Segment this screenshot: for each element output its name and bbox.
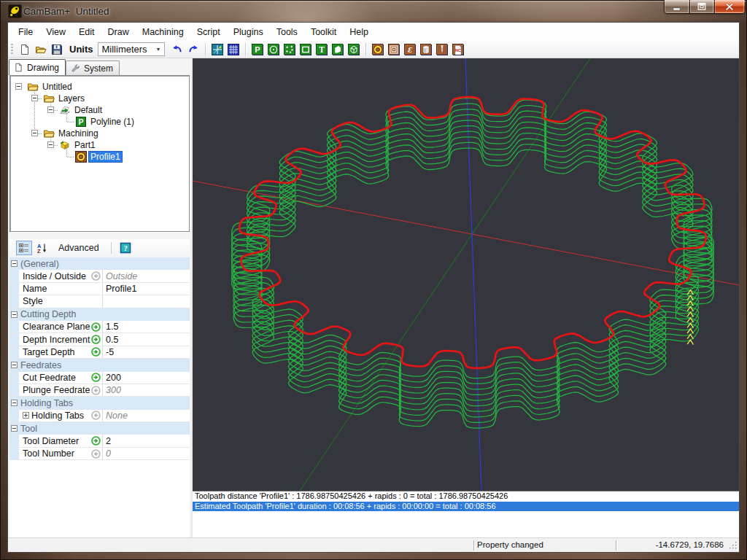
tree-item-polyline-1-[interactable]: PPolyline (1): [75, 116, 136, 128]
property-category[interactable]: (General): [9, 257, 190, 270]
property-row-style[interactable]: Style: [9, 295, 190, 308]
log-line-1[interactable]: Toolpath distance 'Profile1' : 1786.9875…: [193, 491, 739, 502]
grid-lattice-button[interactable]: [225, 42, 241, 58]
menu-draw[interactable]: Draw: [101, 24, 136, 40]
property-row-depth-increment[interactable]: Depth Increment0.5: [9, 333, 190, 346]
redo-button[interactable]: [185, 42, 201, 58]
tree-item-label[interactable]: Layers: [57, 93, 86, 104]
property-value[interactable]: 2: [102, 435, 190, 446]
machine-engrave-button[interactable]: Ɛ: [402, 42, 418, 58]
property-category[interactable]: Cutting Depth: [9, 308, 190, 321]
property-value[interactable]: [102, 295, 190, 307]
draw-text-button[interactable]: T: [314, 42, 330, 58]
tree-item-label[interactable]: Machining: [57, 128, 100, 139]
category-collapse-icon[interactable]: [11, 400, 18, 406]
draw-polyhedron-button[interactable]: [346, 42, 362, 58]
tree-item-label[interactable]: Untitled: [41, 82, 74, 92]
machine-gcode-button[interactable]: NC: [450, 42, 466, 58]
tree-expander[interactable]: [15, 83, 22, 90]
tab-system[interactable]: System: [66, 61, 120, 75]
toolbar-grip[interactable]: [11, 44, 13, 55]
property-row-cut-feedrate[interactable]: Cut Feedrate200: [9, 372, 190, 384]
property-value[interactable]: 200: [102, 372, 190, 384]
property-category[interactable]: Feedrates: [9, 359, 190, 371]
tree-item-default[interactable]: Default: [59, 104, 104, 116]
log-line-2[interactable]: Estimated Toolpath 'Profile1' duration :…: [193, 502, 739, 512]
tree-item-machining[interactable]: Machining: [43, 128, 100, 139]
property-value[interactable]: 300: [102, 384, 190, 396]
draw-points-button[interactable]: [282, 42, 298, 58]
tree-item-layers[interactable]: Layers: [43, 93, 86, 104]
property-value[interactable]: None: [102, 410, 190, 421]
property-row-tool-number[interactable]: Tool Number0: [9, 448, 190, 460]
property-row-inside-outside[interactable]: Inside / OutsideOutside: [9, 270, 190, 282]
close-button[interactable]: [714, 0, 745, 13]
draw-polyline-button[interactable]: P: [249, 42, 266, 58]
category-collapse-icon[interactable]: [11, 260, 18, 267]
tree-item-profile1[interactable]: Profile1: [75, 151, 122, 163]
menu-help[interactable]: Help: [343, 24, 375, 40]
menu-plugins[interactable]: Plugins: [227, 24, 270, 40]
grid-axes-button[interactable]: [209, 42, 225, 58]
advanced-button[interactable]: Advanced: [58, 243, 99, 253]
draw-surface-button[interactable]: [330, 42, 346, 58]
value-default-icon[interactable]: [91, 386, 101, 395]
property-value[interactable]: 0.5: [102, 333, 190, 345]
property-category[interactable]: Tool: [9, 422, 190, 435]
machine-drill-button[interactable]: [434, 42, 450, 58]
menu-file[interactable]: File: [12, 24, 39, 40]
undo-button[interactable]: [169, 42, 185, 58]
value-set-icon[interactable]: [91, 335, 101, 344]
value-set-icon[interactable]: [91, 436, 101, 446]
viewport-canvas[interactable]: [193, 58, 739, 491]
alphabetical-button[interactable]: AZ: [34, 241, 50, 255]
row-expand-icon[interactable]: [23, 412, 29, 419]
value-default-icon[interactable]: [91, 449, 101, 459]
property-row-clearance-plane[interactable]: Clearance Plane1.5: [9, 321, 190, 333]
minimize-button[interactable]: [665, 0, 689, 13]
tree-expander[interactable]: [47, 106, 54, 113]
value-set-icon[interactable]: [91, 373, 101, 382]
menu-view[interactable]: View: [39, 24, 72, 40]
units-dropdown[interactable]: Millimeters▼: [98, 42, 165, 56]
draw-circle-button[interactable]: [266, 42, 282, 58]
property-row-holding-tabs[interactable]: Holding TabsNone: [9, 410, 190, 422]
tree-item-part1[interactable]: Part1: [59, 139, 97, 151]
property-value[interactable]: -5: [102, 346, 190, 358]
value-set-icon[interactable]: [91, 347, 101, 357]
tree-item-label[interactable]: Part1: [73, 140, 97, 150]
chevron-down-icon[interactable]: ▼: [153, 43, 164, 55]
category-collapse-icon[interactable]: [11, 311, 18, 318]
category-collapse-icon[interactable]: [11, 425, 18, 432]
value-set-icon[interactable]: [91, 322, 101, 332]
resize-grip-icon[interactable]: [729, 542, 738, 551]
viewport-3d[interactable]: [193, 58, 739, 491]
title-bar[interactable]: CamBam+ Untitled: [0, 0, 747, 22]
menu-machining[interactable]: Machining: [136, 24, 190, 40]
property-row-plunge-feedrate[interactable]: Plunge Feedrate300: [9, 384, 190, 397]
category-collapse-icon[interactable]: [11, 362, 18, 368]
machine-pocket-button[interactable]: [386, 42, 402, 58]
tree-expander[interactable]: [31, 130, 38, 136]
machine-profile-button[interactable]: [370, 42, 386, 58]
new-file-button[interactable]: [17, 42, 33, 58]
menu-tools[interactable]: Tools: [270, 24, 304, 40]
tree-item-label[interactable]: Polyline (1): [89, 117, 136, 127]
tree-item-untitled[interactable]: Untitled: [27, 81, 74, 93]
property-category[interactable]: Holding Tabs: [9, 397, 190, 409]
property-row-target-depth[interactable]: Target Depth-5: [9, 346, 190, 359]
property-value[interactable]: Outside: [102, 270, 190, 281]
value-default-icon[interactable]: [91, 411, 101, 420]
property-value[interactable]: 0: [102, 448, 190, 459]
machine-lathe-button[interactable]: [418, 42, 434, 58]
property-row-name[interactable]: NameProfile1: [9, 283, 190, 295]
tree-item-label[interactable]: Profile1: [89, 152, 122, 162]
property-value[interactable]: 1.5: [102, 321, 190, 332]
menu-edit[interactable]: Edit: [72, 24, 101, 40]
tree-expander[interactable]: [47, 141, 54, 148]
tree-expander[interactable]: [31, 95, 38, 101]
menu-toolkit[interactable]: Toolkit: [304, 24, 343, 40]
categorized-button[interactable]: [16, 241, 32, 255]
help-button[interactable]: ?: [117, 241, 133, 255]
menu-script[interactable]: Script: [190, 24, 227, 40]
